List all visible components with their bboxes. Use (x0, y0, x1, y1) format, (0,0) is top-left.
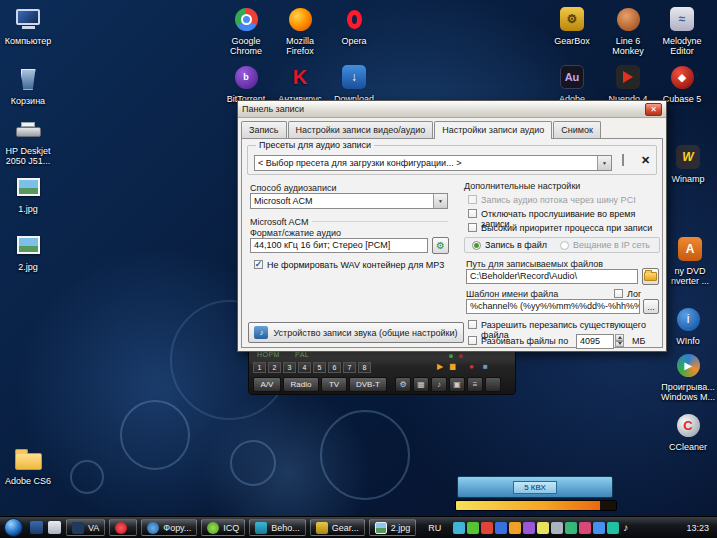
channel-button-8[interactable]: 8 (358, 362, 371, 373)
tray-icon-3[interactable] (481, 522, 493, 534)
desktop-icon-hp-printer[interactable]: HP Deskjet 2050 J51... (0, 114, 56, 166)
window-titlebar[interactable]: Панель записи ✕ (238, 101, 666, 118)
tray-icon-12[interactable] (607, 522, 619, 534)
quick-launch-icon-2[interactable] (48, 521, 61, 534)
tv-button[interactable]: TV (321, 377, 347, 392)
volume-slider[interactable] (455, 500, 617, 511)
browse-folder-icon[interactable] (642, 268, 659, 285)
format-input[interactable]: 44,100 кГц 16 бит; Стерео [PCM] (250, 238, 428, 253)
desktop-icon-adobe-cs6-folder[interactable]: Adobe CS6 (0, 444, 56, 486)
chevron-down-icon[interactable]: ▼ (433, 194, 447, 208)
quick-launch-icon-1[interactable] (30, 521, 43, 534)
channel-button-5[interactable]: 5 (313, 362, 326, 373)
speaker-icon[interactable]: ♪ (623, 522, 628, 533)
desktop-icon-adobe-audition[interactable]: Au Adobe (544, 62, 600, 104)
osd-icon[interactable]: ▣ (449, 377, 465, 392)
tray-icon-4[interactable] (495, 522, 507, 534)
desktop-icon-1jpg[interactable]: 1.jpg (0, 172, 56, 214)
codec-settings-icon[interactable]: ⚙ (432, 237, 449, 254)
save-preset-icon[interactable] (622, 155, 624, 165)
tray-icon-2[interactable] (467, 522, 479, 534)
desktop-icon-download[interactable]: ↓ Download (326, 62, 382, 104)
tab-video-audio-settings[interactable]: Настройки записи видео/аудио (288, 121, 434, 138)
teletext-icon[interactable]: ▦ (413, 377, 429, 392)
channel-button-1[interactable]: 1 (253, 362, 266, 373)
audio-icon[interactable]: ♪ (431, 377, 447, 392)
channel-button-6[interactable]: 6 (328, 362, 341, 373)
split-size-input[interactable]: 4095 (576, 334, 614, 349)
delete-preset-icon[interactable]: ✕ (641, 154, 650, 166)
high-priority-checkbox[interactable]: Высокий приоритет процесса при записи (468, 223, 658, 233)
stop-icon[interactable]: ■ (483, 361, 488, 372)
tray-icon-8[interactable] (551, 522, 563, 534)
play-icon[interactable]: ▶ (437, 361, 443, 372)
desktop-icon-line6-monkey[interactable]: Line 6 Monkey (600, 4, 656, 56)
channel-button-7[interactable]: 7 (343, 362, 356, 373)
tray-icon-11[interactable] (593, 522, 605, 534)
tray-icon-5[interactable] (509, 522, 521, 534)
desktop-icon-ccleaner[interactable]: C CCleaner (660, 410, 716, 452)
channel-button-4[interactable]: 4 (298, 362, 311, 373)
desktop-icon-2jpg[interactable]: 2.jpg (0, 230, 56, 272)
radio-button[interactable]: Radio (283, 377, 319, 392)
channel-button-2[interactable]: 2 (268, 362, 281, 373)
desktop-icon-opera[interactable]: Opera (326, 4, 382, 46)
desktop-icon-computer[interactable]: Компьютер (0, 4, 56, 46)
no-wav-checkbox[interactable]: ✓ Не формировать WAV контейнер для MP3 (254, 260, 454, 270)
desktop-icon-windows-media-player[interactable]: ▶ Проигрыва... Windows M... (660, 350, 716, 402)
menu-icon[interactable]: ≡ (467, 377, 483, 392)
task-button-2jpg[interactable]: 2.jpg (369, 519, 417, 536)
desktop-icon-bittorrent[interactable]: b BitTorrent (218, 62, 274, 104)
close-button[interactable]: ✕ (645, 103, 662, 116)
tab-record[interactable]: Запись (241, 121, 287, 138)
record-to-file-radio[interactable]: Запись в файл (472, 240, 547, 250)
desktop-icon-firefox[interactable]: Mozilla Firefox (272, 4, 328, 56)
tray-icon-9[interactable] (565, 522, 577, 534)
task-button-beholder[interactable]: Beho... (249, 519, 306, 536)
desktop-icon-gearbox[interactable]: ⚙ GearBox (544, 4, 600, 46)
split-files-checkbox[interactable]: Разбивать файлы по (468, 336, 568, 346)
record-icon[interactable]: ● (469, 361, 474, 372)
channel-button-3[interactable]: 3 (283, 362, 296, 373)
tray-icon-7[interactable] (537, 522, 549, 534)
desktop-icon-google-chrome[interactable]: Google Chrome (218, 4, 274, 56)
task-button-forum[interactable]: Фору... (141, 519, 197, 536)
filename-template-input[interactable]: %channel% (%yy%%mm%%dd%-%hh%%nn% (466, 299, 640, 314)
gear-icon (316, 522, 328, 534)
start-button[interactable] (4, 518, 23, 537)
screenshot-icon[interactable] (485, 377, 501, 392)
broadcast-ip-radio[interactable]: Вещание в IP сеть (560, 240, 650, 250)
image-file-icon (0, 172, 56, 202)
desktop-icon-wininfo[interactable]: i WInfo (660, 304, 716, 346)
dvbt-button[interactable]: DVB-T (349, 377, 387, 392)
task-button-va[interactable]: VA (66, 519, 105, 536)
tray-icon-6[interactable] (523, 522, 535, 534)
pci-audio-checkbox[interactable]: Запись аудио потока через шину PCI (468, 195, 658, 205)
desktop-icon-melodyne[interactable]: ≈ Melodyne Editor (654, 4, 710, 56)
sound-device-settings-button[interactable]: ♪ Устройство записи звука (общие настрой… (248, 322, 464, 343)
desktop-icon-cubase5[interactable]: ◆ Cubase 5 (654, 62, 710, 104)
language-indicator[interactable]: RU (424, 523, 445, 533)
desktop-icon-any-dvd-converter[interactable]: A ny DVD nverter ... (662, 234, 717, 286)
record-path-input[interactable]: C:\Beholder\Record\Audio\ (466, 269, 638, 284)
chevron-down-icon[interactable]: ▼ (597, 156, 611, 170)
method-combobox[interactable]: Microsoft ACM ▼ (250, 193, 448, 209)
tab-audio-settings[interactable]: Настройки записи аудио (434, 121, 552, 139)
tray-icon-10[interactable] (579, 522, 591, 534)
task-button-opera[interactable] (109, 519, 137, 536)
tray-icon-1[interactable] (453, 522, 465, 534)
settings-icon[interactable]: ⚙ (395, 377, 411, 392)
task-button-gearbox[interactable]: Gear... (310, 519, 365, 536)
tab-snapshot[interactable]: Снимок (553, 121, 601, 138)
pause-icon[interactable]: ▮▮ (449, 361, 454, 372)
split-size-spinner[interactable] (615, 334, 624, 347)
desktop-icon-nuendo4[interactable]: Nuendo 4 (600, 62, 656, 104)
desktop-icon-winamp[interactable]: W Winamp (660, 142, 716, 184)
desktop-icon-antivirus[interactable]: K Антивирус (272, 62, 328, 104)
desktop-icon-recycle-bin[interactable]: Корзина (0, 64, 56, 106)
log-checkbox[interactable]: Лог (614, 289, 641, 299)
task-button-icq[interactable]: ICQ (201, 519, 245, 536)
av-button[interactable]: A/V (253, 377, 281, 392)
template-browse-button[interactable]: ... (643, 299, 659, 314)
preset-combobox[interactable]: < Выбор пресета для загрузки конфигураци… (254, 155, 612, 171)
